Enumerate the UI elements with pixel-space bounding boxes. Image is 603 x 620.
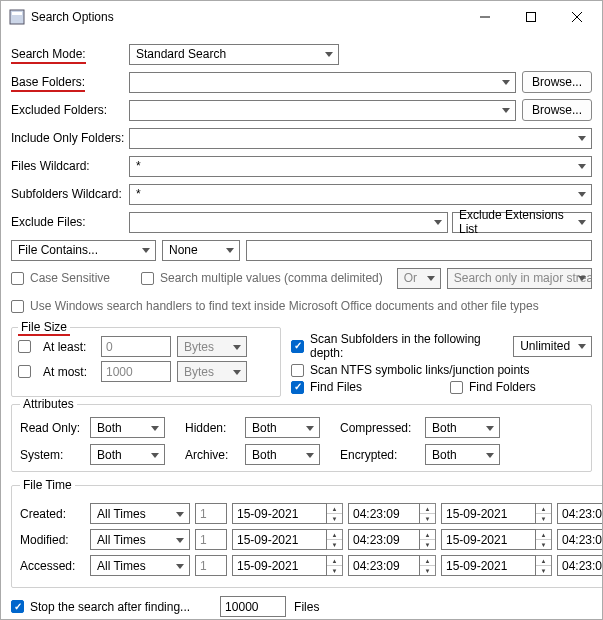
base-folders-browse-button[interactable]: Browse...	[522, 71, 592, 93]
read-only-select[interactable]: Both	[90, 417, 165, 438]
at-most-label: At most:	[43, 365, 95, 379]
find-files-label: Find Files	[310, 380, 450, 394]
modified-to-date-input[interactable]	[441, 529, 536, 550]
spinner-icon[interactable]: ▲▼	[536, 555, 552, 576]
excluded-folders-select[interactable]	[129, 100, 516, 121]
archive-label: Archive:	[185, 448, 245, 462]
modified-label: Modified:	[20, 533, 85, 547]
scan-ntfs-checkbox[interactable]	[291, 364, 304, 377]
created-from-time-input[interactable]	[348, 503, 420, 524]
stop-after-checkbox[interactable]	[11, 600, 24, 613]
spinner-icon[interactable]: ▲▼	[420, 503, 436, 524]
accessed-count-input[interactable]	[195, 555, 227, 576]
at-least-checkbox[interactable]	[18, 340, 31, 353]
at-least-unit-select[interactable]: Bytes	[177, 336, 247, 357]
base-folders-label: Base Folders:	[11, 75, 85, 92]
exclude-files-select[interactable]	[129, 212, 448, 233]
created-to-date-input[interactable]	[441, 503, 536, 524]
search-mode-label: Search Mode:	[11, 47, 86, 64]
created-to-time-input[interactable]	[557, 503, 603, 524]
include-only-folders-label: Include Only Folders:	[11, 131, 129, 145]
at-most-unit-select[interactable]: Bytes	[177, 361, 247, 382]
files-wildcard-label: Files Wildcard:	[11, 159, 129, 173]
scan-subfolders-label: Scan Subfolders in the following depth:	[310, 332, 513, 360]
exclude-files-label: Exclude Files:	[11, 215, 129, 229]
at-most-checkbox[interactable]	[18, 365, 31, 378]
file-contains-value-select[interactable]: None	[162, 240, 240, 261]
files-word-label: Files	[294, 600, 319, 614]
encrypted-label: Encrypted:	[340, 448, 425, 462]
modified-from-time-input[interactable]	[348, 529, 420, 550]
spinner-icon[interactable]: ▲▼	[536, 529, 552, 550]
at-least-label: At least:	[43, 340, 95, 354]
system-select[interactable]: Both	[90, 444, 165, 465]
accessed-to-date-input[interactable]	[441, 555, 536, 576]
svg-rect-1	[12, 12, 22, 15]
spinner-icon[interactable]: ▲▼	[327, 555, 343, 576]
app-icon	[9, 9, 25, 25]
major-streams-select[interactable]: Search only in major strea	[447, 268, 592, 289]
accessed-mode-select[interactable]: All Times	[90, 555, 190, 576]
file-contains-text-input[interactable]	[246, 240, 592, 261]
use-handlers-label: Use Windows search handlers to find text…	[30, 299, 539, 313]
search-multiple-label: Search multiple values (comma delimited)	[160, 271, 383, 285]
created-count-input[interactable]	[195, 503, 227, 524]
hidden-label: Hidden:	[185, 421, 245, 435]
exclude-extensions-list-select[interactable]: Exclude Extensions List	[452, 212, 592, 233]
case-sensitive-checkbox[interactable]	[11, 272, 24, 285]
scan-depth-select[interactable]: Unlimited	[513, 336, 592, 357]
spinner-icon[interactable]: ▲▼	[327, 503, 343, 524]
file-time-legend: File Time	[20, 478, 75, 492]
file-contains-mode-select[interactable]: File Contains...	[11, 240, 156, 261]
attributes-legend: Attributes	[20, 397, 77, 411]
encrypted-select[interactable]: Both	[425, 444, 500, 465]
created-mode-select[interactable]: All Times	[90, 503, 190, 524]
compressed-select[interactable]: Both	[425, 417, 500, 438]
close-button[interactable]	[554, 2, 600, 32]
find-files-checkbox[interactable]	[291, 381, 304, 394]
subfolders-wildcard-label: Subfolders Wildcard:	[11, 187, 129, 201]
at-least-input[interactable]	[101, 336, 171, 357]
excluded-folders-label: Excluded Folders:	[11, 103, 129, 117]
scan-ntfs-label: Scan NTFS symbolic links/junction points	[310, 363, 529, 377]
at-most-input[interactable]	[101, 361, 171, 382]
spinner-icon[interactable]: ▲▼	[536, 503, 552, 524]
find-folders-checkbox[interactable]	[450, 381, 463, 394]
minimize-button[interactable]	[462, 2, 508, 32]
spinner-icon[interactable]: ▲▼	[420, 529, 436, 550]
modified-count-input[interactable]	[195, 529, 227, 550]
accessed-from-time-input[interactable]	[348, 555, 420, 576]
or-and-select[interactable]: Or	[397, 268, 441, 289]
modified-to-time-input[interactable]	[557, 529, 603, 550]
window-title: Search Options	[31, 10, 462, 24]
archive-select[interactable]: Both	[245, 444, 320, 465]
scan-subfolders-checkbox[interactable]	[291, 340, 304, 353]
subfolders-wildcard-select[interactable]: *	[129, 184, 592, 205]
spinner-icon[interactable]: ▲▼	[327, 529, 343, 550]
search-mode-select[interactable]: Standard Search	[129, 44, 339, 65]
stop-after-count-input[interactable]	[220, 596, 286, 617]
file-size-legend: File Size	[18, 320, 70, 336]
system-label: System:	[20, 448, 90, 462]
accessed-to-time-input[interactable]	[557, 555, 603, 576]
base-folders-select[interactable]	[129, 72, 516, 93]
accessed-from-date-input[interactable]	[232, 555, 327, 576]
excluded-folders-browse-button[interactable]: Browse...	[522, 99, 592, 121]
created-from-date-input[interactable]	[232, 503, 327, 524]
case-sensitive-label: Case Sensitive	[30, 271, 110, 285]
svg-rect-3	[527, 13, 536, 22]
modified-from-date-input[interactable]	[232, 529, 327, 550]
read-only-label: Read Only:	[20, 421, 90, 435]
modified-mode-select[interactable]: All Times	[90, 529, 190, 550]
include-only-folders-select[interactable]	[129, 128, 592, 149]
hidden-select[interactable]: Both	[245, 417, 320, 438]
search-multiple-checkbox[interactable]	[141, 272, 154, 285]
attributes-group: Attributes Read Only: Both Hidden: Both …	[11, 397, 592, 472]
files-wildcard-select[interactable]: *	[129, 156, 592, 177]
maximize-button[interactable]	[508, 2, 554, 32]
created-label: Created:	[20, 507, 85, 521]
accessed-label: Accessed:	[20, 559, 85, 573]
use-handlers-checkbox[interactable]	[11, 300, 24, 313]
file-size-group: File Size At least: Bytes At most: Bytes	[11, 327, 281, 397]
spinner-icon[interactable]: ▲▼	[420, 555, 436, 576]
